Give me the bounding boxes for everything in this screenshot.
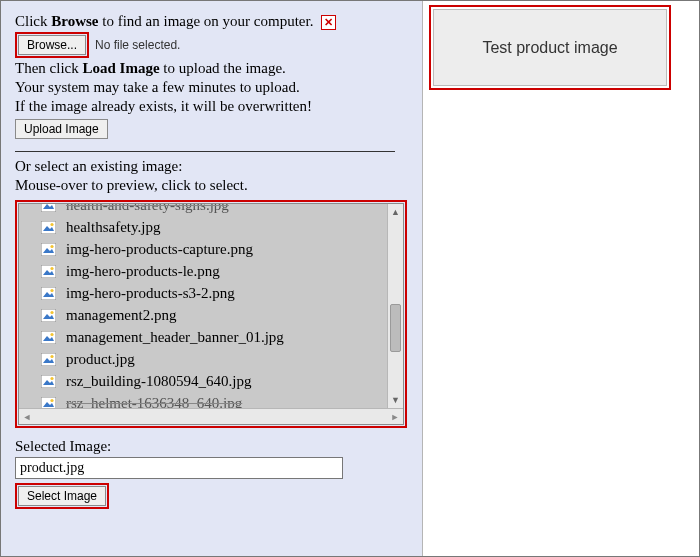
alt-heading: Or select an existing image:	[15, 158, 408, 175]
alt-subheading: Mouse-over to preview, click to select.	[15, 177, 408, 194]
selected-image-label: Selected Image:	[15, 438, 408, 455]
horizontal-scrollbar[interactable]: ◄ ►	[19, 408, 403, 424]
list-item[interactable]: img-hero-products-le.png	[19, 260, 387, 282]
left-pane: Click Browse to find an image on your co…	[1, 1, 423, 556]
instruction-line-1: Click Browse to find an image on your co…	[15, 13, 408, 30]
scroll-down-icon[interactable]: ▼	[388, 392, 403, 408]
image-file-icon	[41, 287, 56, 300]
image-file-icon	[41, 397, 56, 409]
svg-point-17	[50, 310, 53, 313]
svg-point-5	[50, 222, 53, 225]
file-name: healthsafety.jpg	[66, 219, 160, 236]
file-name: health-and-safety-signs.jpg	[66, 204, 229, 214]
text-bold: Browse	[51, 13, 98, 29]
highlight-frame: Select Image	[15, 483, 109, 509]
highlight-frame: Test product image	[429, 5, 671, 90]
instruction-line-3: Your system may take a few minutes to up…	[15, 79, 408, 96]
preview-text: Test product image	[482, 38, 617, 58]
divider	[15, 151, 395, 152]
list-item[interactable]: img-hero-products-s3-2.png	[19, 282, 387, 304]
text-bold: Load Image	[82, 60, 159, 76]
file-name: rsz_helmet-1636348_640.jpg	[66, 395, 242, 409]
browse-button[interactable]: Browse...	[18, 35, 86, 55]
right-pane: Test product image	[423, 1, 699, 556]
file-name: img-hero-products-s3-2.png	[66, 285, 235, 302]
file-name: management2.png	[66, 307, 176, 324]
image-file-icon	[41, 375, 56, 388]
list-item[interactable]: rsz_building-1080594_640.jpg	[19, 370, 387, 392]
scroll-up-icon[interactable]: ▲	[388, 204, 403, 220]
browse-row: Browse... No file selected.	[15, 32, 408, 58]
svg-point-11	[50, 266, 53, 269]
list-item[interactable]: rsz_helmet-1636348_640.jpg	[19, 392, 387, 408]
list-item[interactable]: product.jpg	[19, 348, 387, 370]
text: to upload the image.	[160, 60, 286, 76]
close-icon[interactable]: ✕	[321, 15, 336, 30]
svg-point-29	[50, 398, 53, 401]
list-item[interactable]: img-hero-products-capture.png	[19, 238, 387, 260]
text: Click	[15, 13, 51, 29]
file-name: management_header_banner_01.jpg	[66, 329, 284, 346]
list-item[interactable]: healthsafety.jpg	[19, 216, 387, 238]
dialog-container: Click Browse to find an image on your co…	[0, 0, 700, 557]
file-name: img-hero-products-capture.png	[66, 241, 253, 258]
image-file-icon	[41, 204, 56, 212]
svg-point-23	[50, 354, 53, 357]
scroll-left-icon[interactable]: ◄	[19, 409, 35, 424]
instruction-line-4: If the image already exists, it will be …	[15, 98, 408, 115]
image-preview: Test product image	[433, 9, 667, 86]
text: Then click	[15, 60, 82, 76]
file-name: img-hero-products-le.png	[66, 263, 220, 280]
image-listbox[interactable]: health-and-safety-signs.jpghealthsafety.…	[18, 203, 404, 425]
vertical-scrollbar[interactable]: ▲ ▼	[387, 204, 403, 408]
no-file-label: No file selected.	[95, 38, 180, 52]
list-item[interactable]: management_header_banner_01.jpg	[19, 326, 387, 348]
file-name: product.jpg	[66, 351, 135, 368]
list-item[interactable]: management2.png	[19, 304, 387, 326]
select-image-button[interactable]: Select Image	[18, 486, 106, 506]
selected-image-input[interactable]	[15, 457, 343, 479]
list-body: health-and-safety-signs.jpghealthsafety.…	[19, 204, 403, 408]
svg-point-26	[50, 376, 53, 379]
image-file-icon	[41, 331, 56, 344]
svg-point-14	[50, 288, 53, 291]
image-file-icon	[41, 353, 56, 366]
highlight-frame: health-and-safety-signs.jpghealthsafety.…	[15, 200, 407, 428]
scroll-thumb[interactable]	[390, 304, 401, 352]
image-file-icon	[41, 309, 56, 322]
file-name: rsz_building-1080594_640.jpg	[66, 373, 251, 390]
text: to find an image on your computer.	[98, 13, 313, 29]
scroll-right-icon[interactable]: ►	[387, 409, 403, 424]
list-item[interactable]: health-and-safety-signs.jpg	[19, 204, 387, 216]
highlight-frame: Browse...	[15, 32, 89, 58]
instruction-line-2: Then click Load Image to upload the imag…	[15, 60, 408, 77]
svg-point-20	[50, 332, 53, 335]
image-file-icon	[41, 265, 56, 278]
image-file-icon	[41, 243, 56, 256]
svg-point-8	[50, 244, 53, 247]
upload-image-button[interactable]: Upload Image	[15, 119, 108, 139]
image-file-icon	[41, 221, 56, 234]
